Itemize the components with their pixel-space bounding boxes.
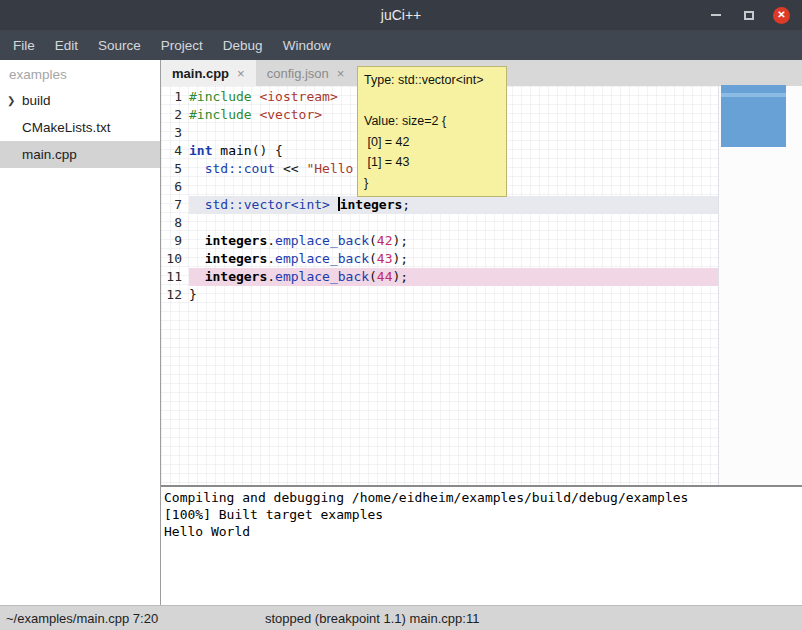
code-token: << <box>275 161 306 176</box>
code-token: ( <box>369 233 377 248</box>
tooltip-line: Type: std::vector<int> <box>364 70 500 91</box>
code-token: . <box>267 251 275 266</box>
menu-item-edit[interactable]: Edit <box>45 32 88 59</box>
expander-arrow-icon[interactable]: ❯ <box>7 95 22 106</box>
line-text <box>189 214 718 232</box>
code-line-9[interactable]: 9 integers.emplace_back(42); <box>161 232 718 250</box>
code-token: emplace_back <box>275 251 369 266</box>
code-token: emplace_back <box>275 233 369 248</box>
line-number: 10 <box>161 250 189 268</box>
code-token: ); <box>393 269 409 284</box>
tooltip-line: [1] = 43 <box>364 152 500 173</box>
restore-icon <box>744 11 754 20</box>
menu-item-source[interactable]: Source <box>88 32 151 59</box>
code-token: () { <box>252 143 283 158</box>
code-token: int <box>189 143 212 158</box>
output-line: Compiling and debugging /home/eidheim/ex… <box>164 489 799 506</box>
code-line-7[interactable]: 7 std::vector<int> integers; <box>161 196 718 214</box>
code-token: . <box>267 269 275 284</box>
tooltip-line <box>364 91 500 112</box>
close-icon: ✕ <box>777 10 785 20</box>
code-token: std::vector<int> <box>205 197 330 212</box>
menu-item-project[interactable]: Project <box>151 32 213 59</box>
code-token: . <box>267 233 275 248</box>
title-bar[interactable]: juCi++ ✕ <box>0 0 802 30</box>
code-token: integers <box>340 197 403 212</box>
code-token <box>330 197 338 212</box>
line-text: } <box>189 286 718 304</box>
file-tree: ❯buildCMakeLists.txtmain.cpp <box>0 87 160 168</box>
output-line: Hello World <box>164 523 799 540</box>
minimize-icon <box>711 14 721 16</box>
code-token: <iostream> <box>259 89 337 104</box>
code-token: std::cout <box>205 161 275 176</box>
output-panel[interactable]: Compiling and debugging /home/eidheim/ex… <box>161 487 802 605</box>
tab-main-cpp[interactable]: main.cpp× <box>161 60 256 86</box>
tree-item-main-cpp[interactable]: main.cpp <box>0 141 160 168</box>
tree-item-label: build <box>22 93 51 108</box>
line-number: 3 <box>161 124 189 142</box>
code-line-10[interactable]: 10 integers.emplace_back(43); <box>161 250 718 268</box>
tree-item-cmakelists-txt[interactable]: CMakeLists.txt <box>0 114 160 141</box>
code-token: ); <box>393 233 409 248</box>
code-token: integers <box>205 233 268 248</box>
menu-item-window[interactable]: Window <box>273 32 341 59</box>
status-bar: ~/examples/main.cpp 7:20 stopped (breakp… <box>0 605 802 630</box>
code-token: 44 <box>377 269 393 284</box>
app-window: juCi++ ✕ FileEditSourceProjectDebugWindo… <box>0 0 802 630</box>
code-line-12[interactable]: 12} <box>161 286 718 304</box>
output-line: [100%] Built target examples <box>164 506 799 523</box>
code-token: integers <box>205 251 268 266</box>
line-number: 2 <box>161 106 189 124</box>
code-token: ( <box>369 251 377 266</box>
code-token <box>189 161 205 176</box>
code-token: main <box>220 143 251 158</box>
tree-item-label: CMakeLists.txt <box>22 120 111 135</box>
line-text: integers.emplace_back(42); <box>189 232 718 250</box>
code-token: 43 <box>377 251 393 266</box>
tab-close-icon[interactable]: × <box>237 66 245 81</box>
line-number: 1 <box>161 88 189 106</box>
line-number: 11 <box>161 268 189 286</box>
code-token <box>189 269 205 284</box>
editor-overview-box <box>721 85 786 147</box>
window-title: juCi++ <box>0 7 802 23</box>
code-token: 42 <box>377 233 393 248</box>
tree-item-build[interactable]: ❯build <box>0 87 160 114</box>
code-line-8[interactable]: 8 <box>161 214 718 232</box>
line-number: 5 <box>161 160 189 178</box>
line-number: 4 <box>161 142 189 160</box>
close-button[interactable]: ✕ <box>773 7 790 24</box>
main-area: examples ❯buildCMakeLists.txtmain.cpp ma… <box>0 60 802 605</box>
sidebar: examples ❯buildCMakeLists.txtmain.cpp <box>0 60 160 605</box>
line-text: integers.emplace_back(44); <box>189 268 718 286</box>
tooltip-line: Value: size=2 { <box>364 111 500 132</box>
code-token: emplace_back <box>275 269 369 284</box>
line-number: 6 <box>161 178 189 196</box>
code-token <box>189 197 205 212</box>
tree-item-label: main.cpp <box>22 147 77 162</box>
line-number: 12 <box>161 286 189 304</box>
menu-item-file[interactable]: File <box>3 32 45 59</box>
code-token: <vector> <box>259 107 322 122</box>
code-token: ( <box>369 269 377 284</box>
code-token <box>189 233 205 248</box>
code-token: #include <box>189 89 252 104</box>
code-token: } <box>189 287 197 302</box>
minimize-button[interactable] <box>707 7 724 24</box>
tab-label: config.json <box>267 66 329 81</box>
code-line-11[interactable]: 11 integers.emplace_back(44); <box>161 268 718 286</box>
tab-label: main.cpp <box>172 66 229 81</box>
menu-item-debug[interactable]: Debug <box>213 32 273 59</box>
overview-stripe <box>721 93 786 97</box>
line-text: std::vector<int> integers; <box>189 196 718 214</box>
tab-close-icon[interactable]: × <box>337 66 345 81</box>
code-token: ); <box>393 251 409 266</box>
restore-button[interactable] <box>740 7 757 24</box>
debug-status: stopped (breakpoint 1.1) main.cpp:11 <box>265 611 479 626</box>
code-token: #include <box>189 107 252 122</box>
tab-config-json[interactable]: config.json× <box>256 60 356 86</box>
menu-bar: FileEditSourceProjectDebugWindow <box>0 30 802 60</box>
tooltip-line: [0] = 42 <box>364 132 500 153</box>
editor-pane: main.cpp×config.json× 1#include <iostrea… <box>161 60 802 605</box>
